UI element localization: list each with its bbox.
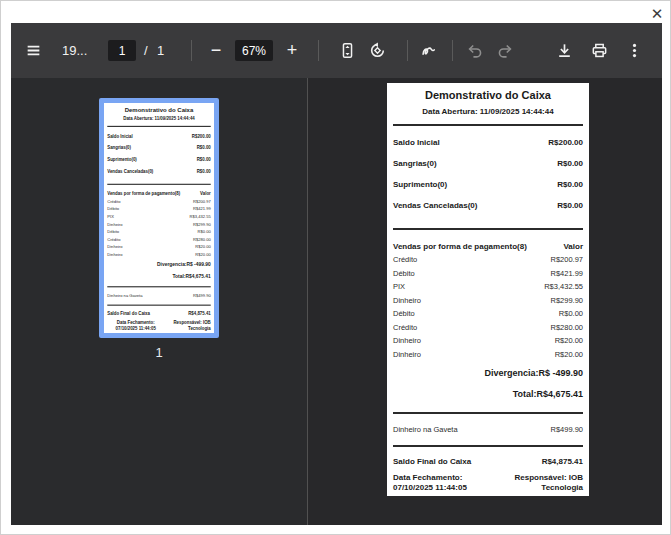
row-value: R$0.00: [198, 229, 211, 234]
row-label: Débito: [393, 310, 415, 319]
thumbnail-page-number: 1: [11, 345, 307, 360]
row-value: R$200.00: [192, 134, 211, 139]
row-value: R$0.00: [197, 169, 211, 174]
row-value: R$499.90: [550, 425, 583, 434]
payment-row: Débito R$0.00: [393, 310, 583, 319]
close-date: Data Fechamento: 07/10/2025 11:44:05: [107, 320, 164, 331]
zoom-out-button[interactable]: −: [202, 36, 230, 64]
page-thumbnail[interactable]: Demonstrativo do Caixa Data Abertura: 11…: [99, 98, 219, 338]
page-input[interactable]: [108, 40, 136, 61]
summary-row: Sangrias(0) R$0.00: [107, 145, 210, 150]
row-label: Dinheiro na Gaveta: [107, 293, 142, 298]
receipt-divider-line: [107, 184, 210, 185]
payments-value-header: Valor: [200, 192, 211, 197]
kebab-menu-icon: [626, 42, 643, 59]
print-icon: [591, 42, 608, 59]
row-value: R$200.97: [193, 199, 211, 204]
row-label: Débito: [393, 270, 415, 279]
row-label: Vendas Canceladas(0): [393, 201, 477, 210]
receipt-divider-line: [107, 286, 210, 287]
redo-button[interactable]: [491, 36, 519, 64]
row-label: Dinheiro: [107, 222, 122, 227]
row-value: R$4,875.41: [542, 457, 583, 466]
payment-row: Débito R$0.00: [107, 229, 210, 234]
payment-row: Dinheiro R$20.00: [393, 351, 583, 360]
payments-header: Vendas por forma de pagamento(8) Valor: [107, 192, 210, 197]
viewer-content: Demonstrativo do Caixa Data Abertura: 11…: [11, 78, 662, 525]
toolbar-divider: [191, 40, 192, 61]
payment-row: Dinheiro R$299.90: [393, 297, 583, 306]
row-value: R$421.99: [550, 270, 583, 279]
row-label: Débito: [107, 207, 119, 212]
annotate-button[interactable]: [414, 36, 442, 64]
row-label: Débito: [107, 229, 119, 234]
download-button[interactable]: [550, 36, 578, 64]
plus-icon: +: [287, 40, 298, 61]
row-value: R$20.00: [555, 337, 583, 346]
row-label: Dinheiro: [393, 297, 421, 306]
total-line: Total:R$4,675.41: [107, 273, 210, 279]
payments-title: Vendas por forma de pagamento(8): [107, 192, 180, 197]
document-title: 19...: [62, 23, 87, 78]
payment-row: Dinheiro R$20.00: [393, 337, 583, 346]
minus-icon: −: [211, 40, 222, 61]
more-options-button[interactable]: [620, 36, 648, 64]
receipt-title: Demonstrativo do Caixa: [393, 83, 583, 101]
pdf-viewer: 19... / 1 − 67% +: [11, 23, 662, 525]
drawer-row: Dinheiro na Gaveta R$499.90: [393, 425, 583, 434]
thumbnail-panel: Demonstrativo do Caixa Data Abertura: 11…: [11, 78, 307, 525]
summary-row: Saldo Inicial R$200.00: [107, 134, 210, 139]
row-value: R$0.00: [197, 157, 211, 162]
receipt-divider-line: [393, 124, 583, 126]
zoom-level: 67%: [235, 40, 273, 61]
row-label: Crédito: [107, 237, 120, 242]
fit-page-button[interactable]: [333, 36, 361, 64]
menu-button[interactable]: [19, 36, 47, 64]
receipt-divider-line: [107, 305, 210, 306]
row-value: R$0.00: [197, 145, 211, 150]
receipt-open-date: Data Abertura: 11/09/2025 14:44:44: [393, 107, 583, 116]
row-label: Saldo Final do Caixa: [107, 311, 150, 316]
payment-row: PIX R$3,432.55: [393, 283, 583, 292]
row-value: R$3,432.55: [190, 214, 211, 219]
receipt-open-date: Data Abertura: 11/09/2025 14:44:44: [107, 116, 210, 121]
row-value: R$200.00: [548, 138, 583, 147]
row-label: Dinheiro na Gaveta: [393, 425, 458, 434]
toolbar-divider: [318, 40, 319, 61]
payment-row: Dinheiro R$20.00: [107, 252, 210, 257]
row-value: R$0.00: [557, 180, 583, 189]
closing-row: Data Fechamento: 07/10/2025 11:44:05 Res…: [393, 473, 583, 492]
row-value: R$421.99: [193, 207, 211, 212]
payment-row: Crédito R$200.97: [107, 199, 210, 204]
receipt-divider-line: [393, 445, 583, 447]
pen-annotate-icon: [420, 42, 437, 59]
responsible: Responsável: IOB Tecnologia: [503, 473, 583, 492]
closing-row: Data Fechamento: 07/10/2025 11:44:05 Res…: [107, 320, 210, 331]
row-value: R$0.00: [557, 159, 583, 168]
receipt-divider-line: [393, 412, 583, 414]
summary-section: Saldo Inicial R$200.00 Sangrias(0) R$0.0…: [393, 138, 583, 210]
undo-button[interactable]: [460, 36, 488, 64]
download-icon: [556, 42, 573, 59]
print-button[interactable]: [585, 36, 613, 64]
receipt-divider-line: [393, 228, 583, 230]
final-balance-row: Saldo Final do Caixa R$4,875.41: [393, 457, 583, 466]
payments-section: Crédito R$200.97 Débito R$421.99 PIX R$3…: [107, 199, 210, 256]
row-label: PIX: [107, 214, 114, 219]
summary-section: Saldo Inicial R$200.00 Sangrias(0) R$0.0…: [107, 134, 210, 174]
row-label: Vendas Canceladas(0): [107, 169, 153, 174]
payment-row: Crédito R$280.00: [393, 324, 583, 333]
close-button[interactable]: ✕: [646, 4, 668, 24]
toolbar-divider: [407, 40, 408, 61]
divergence-line: Divergencia:R$ -499.90: [393, 368, 583, 378]
close-date: Data Fechamento: 07/10/2025 11:44:05: [393, 473, 498, 492]
rotate-button[interactable]: [363, 36, 391, 64]
row-value: R$499.90: [193, 293, 211, 298]
payment-row: Dinheiro R$299.90: [107, 222, 210, 227]
zoom-in-button[interactable]: +: [278, 36, 306, 64]
row-label: Dinheiro: [107, 252, 122, 257]
payments-value-header: Valor: [563, 242, 583, 251]
row-value: R$0.00: [559, 310, 583, 319]
payments-header: Vendas por forma de pagamento(8) Valor: [393, 242, 583, 251]
page-count: 1: [157, 23, 164, 78]
